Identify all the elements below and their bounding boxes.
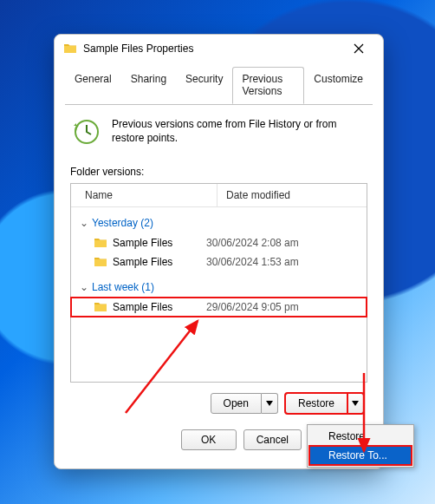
action-button-row: Open Restore [70, 393, 367, 414]
version-row[interactable]: Sample Files 30/06/2024 2:08 am [71, 233, 367, 252]
caret-down-icon [266, 401, 273, 406]
close-button[interactable] [343, 36, 374, 61]
row-name: Sample Files [113, 301, 206, 313]
group-last-week[interactable]: ⌄ Last week (1) [71, 277, 367, 298]
row-name: Sample Files [113, 256, 206, 268]
window-title: Sample Files Properties [83, 43, 343, 55]
row-name: Sample Files [113, 237, 206, 249]
cancel-button[interactable]: Cancel [243, 429, 302, 450]
titlebar[interactable]: Sample Files Properties [55, 35, 383, 62]
tab-security[interactable]: Security [176, 67, 232, 104]
tab-panel: Previous versions come from File History… [55, 105, 383, 459]
ok-button[interactable]: OK [181, 429, 237, 450]
tab-strip: General Sharing Security Previous Versio… [55, 66, 383, 104]
restore-split-button[interactable]: Restore [285, 393, 364, 414]
chevron-down-icon: ⌄ [80, 281, 88, 293]
row-date: 29/06/2024 9:05 pm [206, 301, 299, 313]
row-date: 30/06/2024 1:53 am [206, 256, 299, 268]
restore-menu: Restore Restore To... [307, 424, 414, 468]
versions-list[interactable]: Name Date modified ⌄ Yesterday (2) Sampl… [70, 183, 367, 383]
history-icon [70, 117, 100, 147]
folder-icon [63, 42, 77, 56]
caret-down-icon [352, 401, 359, 406]
group-label: Yesterday (2) [92, 217, 153, 229]
folder-icon [94, 300, 107, 314]
folder-icon [94, 255, 107, 269]
group-yesterday[interactable]: ⌄ Yesterday (2) [71, 213, 367, 233]
tab-previous-versions[interactable]: Previous Versions [232, 67, 304, 104]
properties-dialog: Sample Files Properties General Sharing … [54, 34, 384, 469]
intro-row: Previous versions come from File History… [70, 117, 367, 147]
chevron-down-icon: ⌄ [80, 217, 88, 229]
row-date: 30/06/2024 2:08 am [206, 237, 299, 249]
open-button[interactable]: Open [211, 393, 262, 414]
restore-button[interactable]: Restore [285, 393, 347, 414]
version-row-selected[interactable]: Sample Files 29/06/2024 9:05 pm [71, 298, 367, 317]
column-headers[interactable]: Name Date modified [71, 184, 367, 207]
version-row[interactable]: Sample Files 30/06/2024 1:53 am [71, 252, 367, 272]
folder-versions-label: Folder versions: [70, 166, 367, 178]
tab-customize[interactable]: Customize [304, 67, 373, 104]
tab-general[interactable]: General [65, 67, 121, 104]
intro-text: Previous versions come from File History… [112, 117, 367, 145]
group-label: Last week (1) [92, 281, 154, 293]
menu-item-restore-to[interactable]: Restore To... [309, 446, 412, 465]
close-icon [354, 43, 364, 54]
tab-sharing[interactable]: Sharing [121, 67, 176, 104]
col-name[interactable]: Name [71, 189, 217, 201]
col-date[interactable]: Date modified [217, 184, 367, 206]
restore-dropdown-caret[interactable] [347, 393, 364, 414]
open-split-button[interactable]: Open [211, 393, 278, 414]
menu-item-restore[interactable]: Restore [309, 427, 412, 446]
folder-icon [94, 236, 107, 250]
open-dropdown-caret[interactable] [262, 393, 278, 414]
